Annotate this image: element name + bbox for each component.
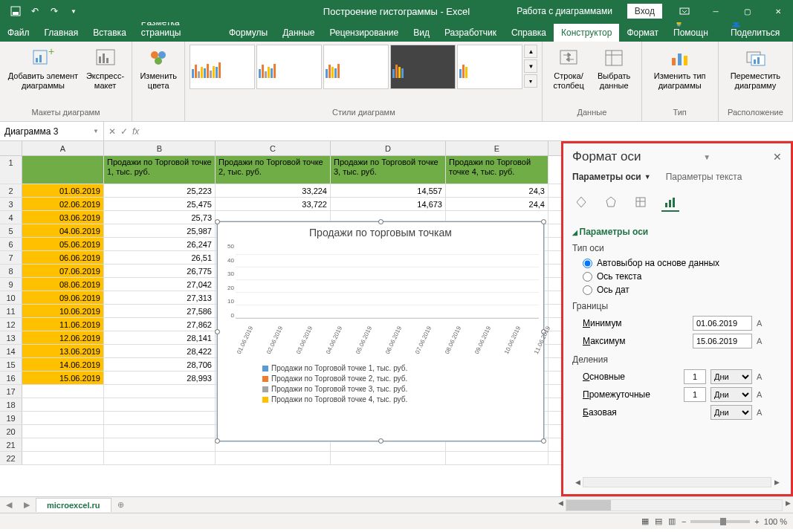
cell[interactable]: 27,586 <box>104 305 216 317</box>
radio-text-axis[interactable] <box>583 272 592 282</box>
chart-style-1[interactable] <box>190 45 255 89</box>
cell[interactable] <box>22 412 104 424</box>
switch-row-column-button[interactable]: Строка/столбец <box>547 45 589 92</box>
cell[interactable]: 09.06.2019 <box>22 291 104 304</box>
row-header[interactable]: 3 <box>0 198 22 210</box>
minor-unit-select[interactable]: Дни <box>711 387 752 402</box>
col-header-B[interactable]: B <box>104 141 216 155</box>
size-properties-icon[interactable] <box>632 194 650 212</box>
cell[interactable]: 05.06.2019 <box>22 238 104 250</box>
cell[interactable]: 33,722 <box>216 198 331 210</box>
cell[interactable]: 02.06.2019 <box>22 198 104 210</box>
scroll-right-icon[interactable]: ▶ <box>771 479 782 486</box>
gallery-more-icon[interactable]: ▾ <box>524 74 537 88</box>
fill-line-icon[interactable] <box>572 194 590 212</box>
cell[interactable] <box>104 385 216 398</box>
cell[interactable]: 25,987 <box>104 224 216 237</box>
cell[interactable]: 28,422 <box>104 345 216 357</box>
cell[interactable]: 10.06.2019 <box>22 305 104 317</box>
tab-home[interactable]: Главная <box>37 24 86 42</box>
row-header[interactable]: 13 <box>0 331 22 344</box>
namebox-dropdown-icon[interactable]: ▼ <box>93 128 99 134</box>
tab-file[interactable]: Файл <box>0 24 37 42</box>
chart-legend[interactable]: Продажи по Торговой точке 1, тыс. руб.Пр… <box>218 332 543 410</box>
col-header-C[interactable]: C <box>216 141 331 155</box>
tab-data[interactable]: Данные <box>275 24 322 42</box>
cell[interactable]: 06.06.2019 <box>22 251 104 264</box>
col-header-D[interactable]: D <box>331 141 446 155</box>
cell[interactable]: 03.06.2019 <box>22 211 104 224</box>
quick-layout-button[interactable]: Экспресс-макет <box>83 45 127 92</box>
cell[interactable] <box>104 438 216 451</box>
resize-handle[interactable] <box>378 219 383 224</box>
sheet-nav-prev-icon[interactable]: ◀ <box>0 500 18 510</box>
row-header[interactable]: 20 <box>0 425 22 438</box>
cell[interactable]: 24,3 <box>446 184 548 197</box>
cancel-formula-icon[interactable]: ✕ <box>109 126 116 137</box>
signin-button[interactable]: Вход <box>627 4 662 19</box>
row-header[interactable]: 16 <box>0 372 22 384</box>
effects-icon[interactable] <box>602 194 620 212</box>
save-icon[interactable] <box>9 4 22 18</box>
tab-insert[interactable]: Вставка <box>85 24 134 42</box>
qat-dropdown-icon[interactable]: ▼ <box>67 4 80 18</box>
cell[interactable]: 04.06.2019 <box>22 224 104 237</box>
cell[interactable]: 27,862 <box>104 318 216 331</box>
cell[interactable]: 13.06.2019 <box>22 345 104 357</box>
gallery-up-icon[interactable]: ▲ <box>524 45 537 58</box>
resize-handle[interactable] <box>541 438 546 444</box>
zoom-out-icon[interactable]: − <box>682 517 686 526</box>
cell[interactable] <box>446 452 548 464</box>
major-unit-select[interactable]: Дни <box>711 369 752 384</box>
cell[interactable]: 33,224 <box>216 184 331 197</box>
chart-style-2[interactable] <box>256 45 322 89</box>
min-input[interactable] <box>693 316 752 331</box>
pane-hscroll[interactable]: ◀ ▶ <box>572 476 782 488</box>
resize-handle[interactable] <box>215 438 220 444</box>
cell[interactable] <box>104 412 216 424</box>
reset-min-button[interactable]: А <box>757 319 771 328</box>
cell[interactable]: 25,223 <box>104 184 216 197</box>
cell[interactable]: 14.06.2019 <box>22 358 104 371</box>
row-header[interactable]: 11 <box>0 305 22 317</box>
row-header[interactable]: 2 <box>0 184 22 197</box>
max-input[interactable] <box>693 334 752 348</box>
gallery-down-icon[interactable]: ▼ <box>524 59 537 73</box>
close-pane-icon[interactable]: ✕ <box>773 151 782 163</box>
chart-title[interactable]: Продажи по торговым точкам <box>218 222 543 243</box>
tab-help[interactable]: Справка <box>504 24 554 42</box>
cell[interactable] <box>22 385 104 398</box>
row-header[interactable]: 18 <box>0 398 22 411</box>
reset-base-button[interactable]: А <box>757 408 771 417</box>
chart-plot-area[interactable]: 50403020100 01.06.201902.06.201903.06.20… <box>218 243 543 332</box>
cell[interactable]: 25,73 <box>104 211 216 224</box>
cell[interactable]: 28,993 <box>104 372 216 384</box>
cell[interactable]: 26,247 <box>104 238 216 250</box>
major-unit-input[interactable] <box>684 369 706 384</box>
row-header[interactable]: 8 <box>0 265 22 277</box>
hscroll-track[interactable] <box>566 499 783 511</box>
pane-tab-axis-options[interactable]: Параметры оси ▼ <box>572 172 651 182</box>
tab-chart-design[interactable]: Конструктор <box>554 24 619 42</box>
axis-options-icon[interactable] <box>661 194 679 212</box>
minor-unit-input[interactable] <box>684 387 706 402</box>
cell[interactable]: 08.06.2019 <box>22 278 104 291</box>
cell[interactable]: 15.06.2019 <box>22 372 104 384</box>
cell[interactable]: 26,51 <box>104 251 216 264</box>
zoom-level[interactable]: 100 % <box>764 517 787 526</box>
tab-chart-format[interactable]: Формат <box>619 24 666 42</box>
reset-minor-button[interactable]: А <box>757 390 771 399</box>
change-chart-type-button[interactable]: Изменить тип диаграммы <box>647 45 713 92</box>
sheet-nav-next-icon[interactable]: ▶ <box>18 500 36 510</box>
sheet-tab[interactable]: microexcel.ru <box>36 498 111 512</box>
fx-icon[interactable]: fx <box>132 126 139 137</box>
undo-icon[interactable]: ↶ <box>28 4 42 18</box>
cell[interactable]: 14,673 <box>331 198 446 210</box>
cell[interactable] <box>22 425 104 438</box>
row-header[interactable]: 9 <box>0 278 22 291</box>
tab-developer[interactable]: Разработчик <box>437 24 504 42</box>
cell[interactable] <box>22 438 104 451</box>
change-colors-button[interactable]: Изменить цвета <box>137 45 180 92</box>
view-normal-icon[interactable]: ▦ <box>641 516 649 526</box>
cell[interactable]: 27,042 <box>104 278 216 291</box>
